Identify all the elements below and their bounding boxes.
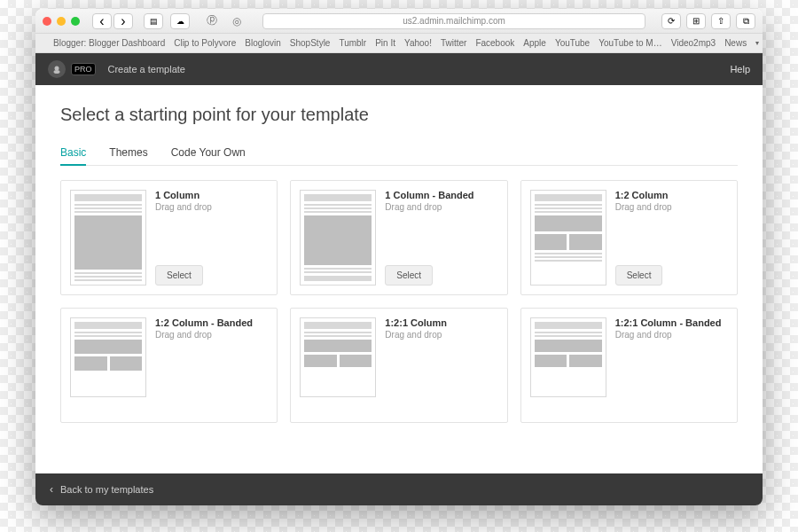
back-button[interactable]: ‹	[92, 13, 112, 29]
template-card: 1:2 Column Drag and drop Select	[520, 180, 738, 295]
favorite-link[interactable]: Bloglovin	[245, 38, 281, 48]
reader-button[interactable]: ⟳	[661, 13, 681, 29]
favorite-link[interactable]: Twitter	[441, 38, 466, 48]
favorite-link[interactable]: News	[724, 38, 747, 48]
pinned-extensions: ⓟ ◎	[202, 13, 246, 29]
template-title: 1:2 Column	[615, 190, 728, 200]
nav-arrows: ‹ ›	[92, 13, 133, 29]
template-card: 1:2:1 Column - Banded Drag and drop	[520, 308, 738, 423]
extension-icon[interactable]: ◎	[227, 13, 246, 29]
template-thumbnail	[70, 317, 146, 397]
back-to-templates-link[interactable]: Back to my templates	[60, 484, 153, 495]
template-title: 1:2 Column - Banded	[155, 317, 268, 328]
content-area: Select a starting point for your templat…	[35, 85, 763, 505]
template-title: 1:2:1 Column	[385, 317, 497, 328]
titlebar-right: ⟳ ⊞ ⇧ ⧉	[661, 13, 755, 29]
mailchimp-logo-icon	[48, 60, 66, 78]
brand[interactable]: PRO	[48, 60, 96, 78]
template-card: 1 Column Drag and drop Select	[60, 180, 278, 295]
favorite-link[interactable]: Facebook	[475, 38, 514, 48]
pinterest-icon[interactable]: ⓟ	[202, 13, 222, 29]
address-bar[interactable]: us2.admin.mailchimp.com	[262, 13, 645, 29]
download-button[interactable]: ⊞	[686, 13, 706, 29]
template-thumbnail	[530, 317, 606, 397]
help-link[interactable]: Help	[730, 64, 750, 74]
chevron-left-icon: ‹	[50, 483, 53, 496]
share-button[interactable]: ⇧	[711, 13, 731, 29]
favorite-dropdown-icon[interactable]: ▾	[755, 39, 759, 47]
template-thumbnail	[300, 317, 376, 397]
tab-themes[interactable]: Themes	[109, 141, 147, 165]
template-thumbnail	[530, 190, 606, 286]
page-title: Select a starting point for your templat…	[60, 105, 738, 125]
maximize-icon[interactable]	[71, 17, 80, 26]
template-subtitle: Drag and drop	[385, 202, 497, 212]
favorite-link[interactable]: Apple	[523, 38, 546, 48]
select-button[interactable]: Select	[615, 265, 663, 286]
favorite-link[interactable]: YouTube to M…	[598, 38, 662, 48]
template-card: 1:2:1 Column Drag and drop	[290, 308, 507, 423]
favorite-link[interactable]: Yahoo!	[404, 38, 432, 48]
url-text: us2.admin.mailchimp.com	[403, 16, 505, 26]
template-card: 1 Column - Banded Drag and drop Select	[290, 180, 507, 295]
minimize-icon[interactable]	[57, 17, 66, 26]
svg-point-1	[54, 70, 60, 74]
template-grid: 1 Column Drag and drop Select	[60, 180, 738, 423]
favorites-bar: Blogger: Blogger Dashboard Clip to Polyv…	[35, 34, 763, 53]
footer-bar: ‹ Back to my templates	[35, 473, 763, 505]
favorite-link[interactable]: Pin It	[375, 38, 395, 48]
tab-code-your-own[interactable]: Code Your Own	[171, 141, 246, 165]
app-header: PRO Create a template Help	[35, 53, 763, 85]
template-card: 1:2 Column - Banded Drag and drop	[60, 308, 278, 423]
favorite-link[interactable]: Blogger: Blogger Dashboard	[53, 38, 165, 48]
favorite-link[interactable]: YouTube	[555, 38, 590, 48]
svg-point-0	[55, 66, 59, 71]
template-title: 1 Column - Banded	[385, 190, 497, 200]
window-controls	[43, 17, 80, 26]
template-subtitle: Drag and drop	[385, 330, 497, 340]
template-title: 1:2:1 Column - Banded	[615, 317, 728, 328]
tabs-button[interactable]: ⧉	[736, 13, 755, 29]
pro-badge: PRO	[71, 63, 96, 75]
template-title: 1 Column	[155, 190, 268, 200]
apps-grid-icon[interactable]	[43, 39, 44, 48]
template-subtitle: Drag and drop	[155, 330, 268, 340]
favorite-link[interactable]: Clip to Polyvore	[174, 38, 236, 48]
tabs: Basic Themes Code Your Own	[60, 141, 738, 166]
sidebar-toggle-button[interactable]: ▤	[144, 13, 163, 29]
forward-button[interactable]: ›	[113, 13, 133, 29]
template-subtitle: Drag and drop	[615, 202, 728, 212]
template-thumbnail	[300, 190, 376, 286]
favorite-link[interactable]: Tumblr	[339, 38, 366, 48]
icloud-tabs-button[interactable]: ☁	[170, 13, 190, 29]
titlebar: ‹ › ▤ ☁ ⓟ ◎ us2.admin.mailchimp.com ⟳ ⊞ …	[35, 9, 763, 34]
browser-window: ‹ › ▤ ☁ ⓟ ◎ us2.admin.mailchimp.com ⟳ ⊞ …	[35, 9, 763, 505]
favorite-link[interactable]: ShopStyle	[290, 38, 331, 48]
template-subtitle: Drag and drop	[615, 330, 728, 340]
close-icon[interactable]	[43, 17, 51, 26]
select-button[interactable]: Select	[385, 265, 433, 286]
favorite-link[interactable]: Video2mp3	[671, 38, 716, 48]
template-subtitle: Drag and drop	[155, 202, 268, 212]
select-button[interactable]: Select	[155, 265, 203, 286]
template-thumbnail	[70, 190, 146, 286]
tab-basic[interactable]: Basic	[60, 141, 86, 166]
breadcrumb: Create a template	[108, 64, 185, 74]
